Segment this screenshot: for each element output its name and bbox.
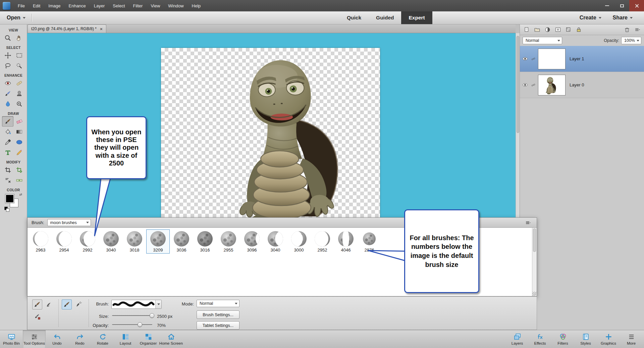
menu-file[interactable]: File: [14, 0, 29, 11]
lock-transparent-button[interactable]: [564, 26, 572, 34]
tool-variant-brush[interactable]: [32, 299, 42, 309]
menu-enhance[interactable]: Enhance: [65, 0, 90, 11]
layer-visibility-toggle[interactable]: [520, 82, 530, 88]
tool-pencil[interactable]: [13, 147, 25, 158]
menu-image[interactable]: Image: [44, 0, 64, 11]
taskbar-organizer[interactable]: Organizer: [137, 330, 160, 348]
lock-all-button[interactable]: [575, 26, 583, 34]
tool-red-eye[interactable]: [2, 78, 13, 88]
scrollbar-thumb[interactable]: [517, 36, 519, 133]
mode-tab-expert[interactable]: Expert: [401, 11, 432, 24]
menu-filter[interactable]: Filter: [129, 0, 147, 11]
tool-lasso[interactable]: [2, 61, 13, 71]
tool-marquee[interactable]: [13, 50, 25, 61]
taskbar-tool-options[interactable]: Tool Options: [23, 330, 46, 348]
tool-recompose[interactable]: [13, 165, 25, 175]
foreground-color-swatch[interactable]: [5, 194, 14, 203]
tool-smart-brush[interactable]: [2, 88, 13, 99]
brush-mode-button[interactable]: [62, 299, 72, 309]
layer-visibility-toggle[interactable]: [520, 56, 530, 62]
maximize-button[interactable]: [614, 0, 629, 11]
taskbar-graphics[interactable]: Graphics: [597, 330, 620, 348]
taskbar-photo-bin[interactable]: Photo Bin: [0, 330, 23, 348]
brush-preset-3016[interactable]: 3016: [193, 229, 217, 254]
tool-gradient[interactable]: [13, 127, 25, 137]
tablet-settings-button[interactable]: Tablet Settings...: [197, 321, 239, 330]
tool-type[interactable]: [2, 147, 13, 158]
tab-close-icon[interactable]: ×: [100, 26, 103, 31]
taskbar-more[interactable]: More: [620, 330, 643, 348]
taskbar-redo[interactable]: Redo: [68, 330, 91, 348]
paint-mode-dropdown[interactable]: Normal: [197, 300, 239, 307]
brush-preset-3036[interactable]: 3036: [170, 229, 193, 254]
menu-help[interactable]: Help: [188, 0, 205, 11]
document-tab[interactable]: t20.png @ 74.4% (Layer 1, RGB/8) * ×: [28, 24, 106, 33]
resize-grip-icon[interactable]: [532, 292, 536, 296]
tool-straighten[interactable]: [13, 175, 25, 186]
taskbar-filters[interactable]: Filters: [551, 330, 574, 348]
panel-menu-icon[interactable]: [524, 219, 533, 226]
taskbar-effects[interactable]: Effects: [529, 330, 551, 348]
tool-paint-bucket[interactable]: [2, 127, 13, 137]
swap-colors-icon[interactable]: ⇄: [19, 193, 22, 196]
brush-preset-2954[interactable]: 2954: [52, 229, 76, 254]
chevron-down-icon[interactable]: [155, 300, 161, 308]
brush-preset-4046[interactable]: 4046: [334, 229, 358, 254]
adjustment-layer-button[interactable]: [543, 26, 551, 34]
size-slider[interactable]: [112, 313, 152, 318]
tool-eyedropper[interactable]: [2, 137, 13, 147]
tool-hand[interactable]: [13, 33, 25, 43]
tool-blur[interactable]: [2, 99, 13, 109]
menu-layer[interactable]: Layer: [90, 0, 109, 11]
menu-select[interactable]: Select: [109, 0, 129, 11]
taskbar-home-screen[interactable]: Home Screen: [160, 330, 182, 348]
menu-window[interactable]: Window: [164, 0, 187, 11]
blend-mode-dropdown[interactable]: Normal: [523, 37, 562, 44]
tool-shape[interactable]: [13, 137, 25, 147]
tool-brush[interactable]: [2, 116, 13, 127]
tool-move[interactable]: [2, 50, 13, 61]
slider-thumb[interactable]: [150, 313, 154, 318]
brush-panel-scrollbar[interactable]: [532, 228, 537, 296]
brush-settings-button[interactable]: Brush Settings...: [197, 310, 239, 319]
menu-edit[interactable]: Edit: [29, 0, 44, 11]
tool-eraser[interactable]: [13, 116, 25, 127]
tool-quick-select[interactable]: [13, 61, 25, 71]
brush-preset-2952[interactable]: 2952: [311, 229, 334, 254]
tool-zoom[interactable]: [2, 33, 13, 43]
tool-content-move[interactable]: [2, 175, 13, 186]
default-colors-icon[interactable]: [4, 207, 9, 211]
layer-link-icon[interactable]: [530, 83, 537, 87]
brush-preset-3000[interactable]: 3000: [287, 229, 311, 254]
layer-thumbnail[interactable]: [538, 75, 566, 95]
app-logo-icon[interactable]: [3, 2, 10, 10]
taskbar-undo[interactable]: Undo: [46, 330, 68, 348]
tool-variant-color-replacement[interactable]: [32, 311, 42, 322]
layer-row-layer-1[interactable]: Layer 1: [520, 46, 644, 72]
layer-opacity-input[interactable]: 100%: [621, 37, 641, 44]
tool-variant-impressionist-brush[interactable]: [44, 299, 54, 309]
opacity-slider[interactable]: [112, 322, 152, 327]
color-swatches[interactable]: ⇄: [4, 193, 22, 211]
taskbar-layers[interactable]: Layers: [506, 330, 529, 348]
taskbar-rotate[interactable]: Rotate: [91, 330, 114, 348]
taskbar-layout[interactable]: Layout: [114, 330, 137, 348]
tool-clone-stamp[interactable]: [13, 88, 25, 99]
minimize-button[interactable]: [600, 0, 614, 11]
close-button[interactable]: [629, 0, 644, 11]
mode-tab-quick[interactable]: Quick: [339, 11, 369, 24]
tool-crop[interactable]: [2, 165, 13, 175]
mode-tab-guided[interactable]: Guided: [369, 11, 401, 24]
share-button[interactable]: Share: [613, 15, 633, 21]
scrollbar-thumb[interactable]: [533, 228, 536, 252]
create-button[interactable]: Create: [580, 15, 601, 21]
taskbar-styles[interactable]: Styles: [574, 330, 597, 348]
tool-sharpen[interactable]: [13, 99, 25, 109]
brush-preset-2955[interactable]: 2955: [217, 229, 240, 254]
brush-preset-3018[interactable]: 3018: [123, 229, 146, 254]
brush-stroke-dropdown[interactable]: [111, 300, 162, 309]
new-layer-button[interactable]: [523, 26, 531, 34]
brush-preset-3040[interactable]: 3040: [264, 229, 287, 254]
layer-mask-button[interactable]: [554, 26, 562, 34]
layer-row-layer-0[interactable]: Layer 0: [520, 72, 644, 98]
